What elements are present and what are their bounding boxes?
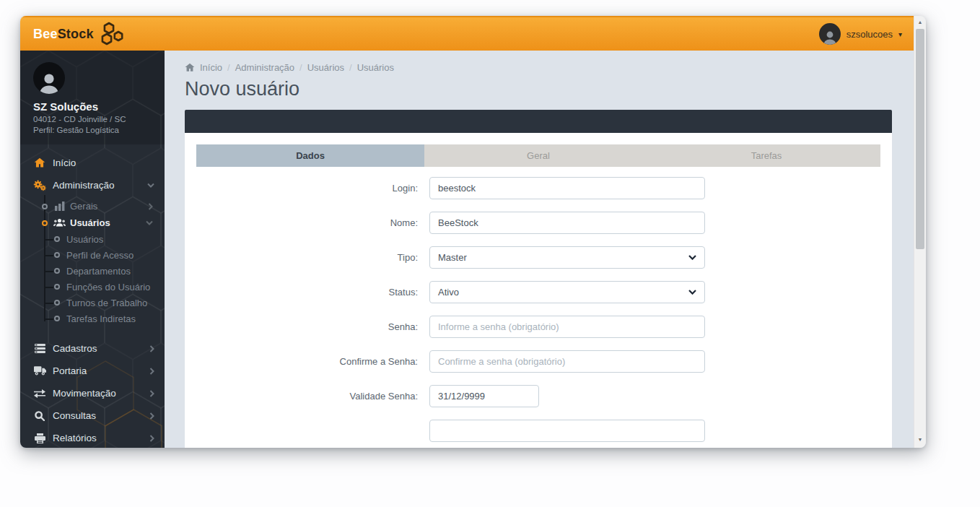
form-row-status: Status: Ativo (196, 281, 880, 303)
breadcrumb-separator: / (349, 62, 352, 73)
tree-tick (45, 287, 53, 288)
chevron-right-icon (149, 390, 154, 397)
chevron-down-icon (147, 183, 154, 188)
sidebar-item-label: Departamentos (66, 266, 131, 277)
chevron-right-icon (148, 203, 153, 210)
app-window: BeeStock (20, 16, 926, 448)
sidebar-item-label: Funções do Usuário (66, 282, 150, 292)
sidebar-item-tarefas-indiretas[interactable]: Tarefas Indiretas (20, 311, 165, 326)
tree-bullet (54, 268, 60, 274)
form-row-partial (196, 420, 880, 442)
sidebar-item-funcoes-do-usuario[interactable]: Funções do Usuário (20, 279, 165, 295)
scroll-down-arrow[interactable]: ▼ (914, 435, 926, 445)
printer-icon (33, 433, 46, 443)
tree-tick (45, 303, 53, 304)
form-row-confirme-senha: Confirme a Senha: (196, 350, 880, 373)
status-label: Status: (196, 287, 429, 298)
chevron-right-icon (149, 345, 154, 352)
breadcrumb-usuarios[interactable]: Usuários (307, 62, 344, 73)
chevron-right-icon (149, 412, 154, 420)
sidebar-item-movimentacao[interactable]: Movimentação (20, 382, 165, 404)
senha-input[interactable] (429, 316, 705, 338)
confirme-senha-input[interactable] (429, 350, 705, 373)
breadcrumb-separator: / (299, 62, 302, 73)
sidebar-item-label: Turnos de Trabalho (66, 298, 147, 308)
tree-bullet (54, 316, 60, 321)
chart-bars-icon (53, 202, 66, 211)
tree-tick (45, 318, 53, 320)
tipo-label: Tipo: (196, 252, 429, 263)
sidebar-item-usuarios[interactable]: Usuários (20, 231, 165, 247)
user-menu[interactable]: szsolucoes ▾ (819, 23, 902, 45)
sidebar-item-label: Cadastros (53, 343, 97, 354)
profile-name: SZ Soluções (33, 100, 152, 113)
breadcrumb-usuarios-current: Usuários (357, 62, 394, 73)
validade-senha-label: Validade Senha: (196, 391, 429, 402)
tab-bar: Dados Geral Tarefas (196, 144, 880, 167)
form-panel: Dados Geral Tarefas Login: Nome: (185, 110, 892, 448)
sidebar-item-label: Gerais (70, 201, 97, 212)
sidebar-item-consultas[interactable]: Consultas (20, 404, 165, 427)
form-row-login: Login: (196, 177, 880, 199)
profile-site: 04012 - CD Joinville / SC (33, 115, 152, 124)
tree-tick (45, 271, 53, 272)
form-row-validade-senha: Validade Senha: (196, 385, 880, 407)
sidebar-item-cadastros[interactable]: Cadastros (20, 337, 165, 360)
sidebar-item-departamentos[interactable]: Departamentos (20, 263, 165, 279)
user-avatar (819, 23, 841, 45)
breadcrumb-inicio[interactable]: Início (200, 62, 222, 73)
sidebar: SZ Soluções 04012 - CD Joinville / SC Pe… (20, 51, 165, 448)
profile-role: Perfil: Gestão Logística (33, 126, 152, 134)
exchange-arrows-icon (33, 389, 46, 398)
chevron-down-icon (688, 290, 696, 295)
nome-input[interactable] (429, 212, 705, 234)
tree-bullet-active (42, 220, 48, 226)
tree-tick (45, 255, 53, 256)
tree-bullet (54, 236, 60, 242)
login-input[interactable] (429, 177, 705, 199)
gears-icon (33, 180, 46, 191)
page-title: Novo usuário (185, 78, 892, 100)
status-select[interactable]: Ativo (429, 281, 705, 303)
validade-senha-input[interactable] (429, 385, 539, 407)
tipo-select[interactable]: Master (429, 246, 705, 269)
sidebar-profile: SZ Soluções 04012 - CD Joinville / SC Pe… (20, 51, 165, 144)
beestock-logo[interactable]: BeeStock (33, 22, 126, 46)
tab-tarefas[interactable]: Tarefas (652, 144, 880, 167)
chevron-down-icon (688, 255, 696, 260)
sidebar-item-gerais[interactable]: Gerais (20, 198, 165, 214)
breadcrumb-separator: / (227, 62, 230, 73)
chevron-right-icon (149, 435, 154, 442)
sidebar-item-inicio[interactable]: Início (20, 152, 165, 174)
partial-input[interactable] (429, 420, 705, 442)
logo-bee: Bee (33, 27, 58, 41)
sidebar-item-perfil-de-acesso[interactable]: Perfil de Acesso (20, 247, 165, 263)
search-icon (33, 411, 46, 421)
sidebar-item-label: Consultas (53, 410, 96, 421)
sidebar-item-label: Administração (53, 180, 115, 191)
sidebar-item-usuarios-group[interactable]: Usuários (20, 214, 165, 231)
logo-text: BeeStock (33, 27, 94, 42)
tab-geral[interactable]: Geral (424, 144, 652, 167)
scroll-up-arrow[interactable]: ▲ (914, 17, 926, 27)
sidebar-item-portaria[interactable]: Portaria (20, 360, 165, 382)
sidebar-item-label: Início (53, 157, 76, 168)
home-icon (33, 157, 46, 168)
logo-stock: Stock (58, 27, 94, 41)
sidebar-item-administracao[interactable]: Administração (20, 174, 165, 196)
honeycomb-icon (98, 22, 126, 46)
tab-dados[interactable]: Dados (196, 144, 424, 167)
top-bar: BeeStock (20, 16, 914, 51)
confirme-senha-label: Confirme a Senha: (196, 356, 429, 367)
status-select-value: Ativo (438, 287, 459, 298)
sidebar-item-label: Perfil de Acesso (66, 250, 134, 261)
sidebar-item-label: Usuários (70, 217, 110, 228)
sidebar-item-relatorios[interactable]: Relatórios (20, 427, 165, 448)
sidebar-item-label: Portaria (53, 365, 87, 376)
profile-avatar (33, 62, 65, 94)
sidebar-item-turnos-de-trabalho[interactable]: Turnos de Trabalho (20, 295, 165, 311)
breadcrumb-administracao[interactable]: Administração (235, 62, 294, 73)
caret-down-icon: ▾ (898, 30, 902, 38)
vertical-scrollbar[interactable]: ▲ ▼ (914, 16, 926, 448)
scrollbar-thumb[interactable] (916, 29, 924, 249)
